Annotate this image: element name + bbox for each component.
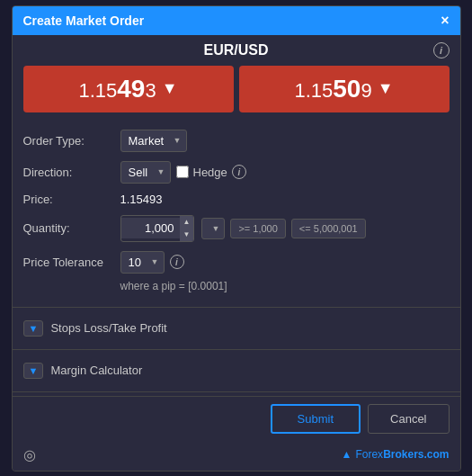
qty-max-label: <= 5,000,001: [291, 219, 366, 238]
qty-down-button[interactable]: ▼: [180, 229, 194, 241]
price-left-suffix: 3: [145, 79, 156, 102]
price-tolerance-label: Price Tolerance: [23, 256, 113, 269]
price-right-arrow-icon: ▼: [378, 79, 394, 98]
margin-calc-label: Margin Calculator: [50, 364, 142, 377]
price-right-prefix: 1.15: [294, 79, 333, 102]
stops-loss-arrow-icon: ▼: [23, 320, 44, 337]
direction-select-wrap: Sell: [120, 161, 171, 184]
quantity-label: Quantity:: [23, 221, 113, 235]
order-type-select[interactable]: Market: [120, 130, 187, 152]
margin-calc-row[interactable]: ▼ Margin Calculator: [13, 354, 460, 388]
qty-up-button[interactable]: ▲: [180, 216, 194, 229]
divider-1: [13, 307, 460, 308]
price-tolerance-control: 10 i: [120, 251, 184, 274]
footer-buttons: Submit Cancel: [271, 404, 450, 434]
quantity-control: ▲ ▼ >= 1,000 <= 5,000,001: [120, 215, 366, 242]
price-left-text: 1.15493: [78, 75, 156, 103]
qty-unit-select-wrap: [200, 218, 225, 239]
qty-unit-select[interactable]: [201, 218, 225, 239]
price-right-bold: 50: [333, 75, 361, 103]
brand-icon: ▲: [342, 448, 352, 461]
modal-title: Create Market Order: [23, 13, 145, 28]
form-section: Order Type: Market Direction: Sell: [13, 121, 460, 303]
submit-button[interactable]: Submit: [271, 404, 361, 434]
margin-calc-arrow-icon: ▼: [23, 363, 44, 379]
price-right-text: 1.15509: [294, 75, 371, 103]
tolerance-select-wrap: 10: [120, 251, 165, 274]
price-left-bold: 49: [117, 75, 145, 103]
price-value: 1.15493: [120, 193, 163, 206]
order-type-label: Order Type:: [23, 134, 113, 148]
direction-row: Direction: Sell Hedge i: [23, 157, 450, 188]
price-left-prefix: 1.15: [78, 79, 117, 102]
price-box-right: 1.15509 ▼: [239, 66, 450, 112]
price-label: Price:: [23, 193, 113, 206]
hedge-info-icon[interactable]: i: [232, 165, 246, 179]
quantity-row: Quantity: ▲ ▼ >= 1,000 <= 5,000,001: [23, 211, 450, 247]
order-type-row: Order Type: Market: [23, 125, 450, 157]
direction-label: Direction:: [23, 166, 113, 179]
footer: Submit Cancel: [13, 396, 460, 441]
order-type-select-wrap: Market: [120, 130, 187, 152]
brand-name: ForexBrokers.com: [355, 448, 449, 461]
price-box-left: 1.15493 ▼: [23, 66, 234, 112]
qty-min-label: >= 1,000: [230, 219, 285, 238]
close-button[interactable]: ×: [441, 13, 449, 28]
price-right-suffix: 9: [361, 79, 371, 102]
currency-info-icon[interactable]: i: [433, 42, 450, 58]
quantity-input[interactable]: [121, 218, 180, 238]
price-row-form: Price: 1.15493: [23, 188, 450, 211]
divider-3: [13, 391, 460, 392]
currency-pair: EUR/USD: [203, 42, 268, 58]
divider-2: [13, 349, 460, 350]
qty-input-wrap: ▲ ▼: [120, 215, 195, 242]
hedge-label: Hedge: [193, 166, 227, 179]
order-type-control: Market: [120, 130, 187, 152]
modal-header: Create Market Order ×: [13, 6, 460, 35]
pip-note: where a pip = [0.0001]: [23, 278, 450, 300]
price-tolerance-row: Price Tolerance 10 i: [23, 247, 450, 278]
price-row: 1.15493 ▼ 1.15509 ▼: [13, 62, 460, 121]
brand-logo: ▲ ForexBrokers.com: [342, 448, 450, 461]
stops-loss-label: Stops Loss/Take Profit: [50, 321, 166, 335]
cancel-button[interactable]: Cancel: [368, 404, 449, 434]
direction-control: Sell Hedge i: [120, 161, 246, 184]
bottom-bar: ◎ ▲ ForexBrokers.com: [13, 441, 460, 471]
hedge-checkbox[interactable]: [176, 166, 189, 178]
tool-icon[interactable]: ◎: [23, 446, 36, 463]
price-tolerance-select[interactable]: 10: [120, 251, 165, 274]
price-left-arrow-icon: ▼: [162, 79, 178, 98]
qty-spinners: ▲ ▼: [180, 216, 194, 241]
direction-select[interactable]: Sell: [120, 161, 171, 184]
modal-container: Create Market Order × EUR/USD i 1.15493 …: [12, 5, 461, 472]
currency-row: EUR/USD i: [13, 35, 460, 62]
stops-loss-row[interactable]: ▼ Stops Loss/Take Profit: [13, 311, 460, 346]
hedge-wrap: Hedge i: [176, 165, 246, 179]
tolerance-info-icon[interactable]: i: [170, 255, 184, 269]
